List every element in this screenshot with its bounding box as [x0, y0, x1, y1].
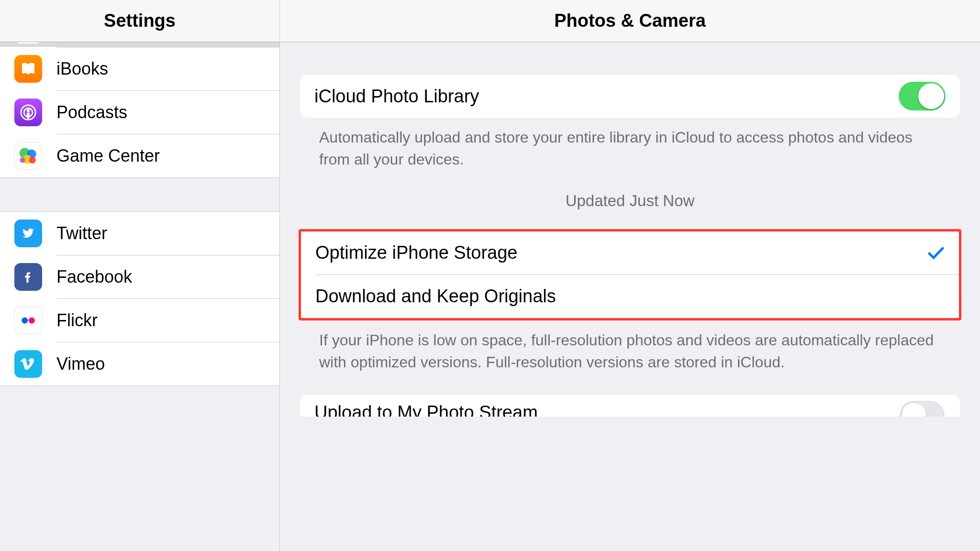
svg-point-14 [22, 317, 28, 323]
sidebar-scroll[interactable]: Photos & Camera iBooks [0, 42, 279, 551]
sidebar-item-label: Podcasts [56, 102, 127, 122]
toggle-knob [902, 403, 926, 417]
cell-label: Optimize iPhone Storage [315, 242, 517, 263]
podcasts-icon [14, 99, 42, 126]
sidebar-item-gamecenter[interactable]: Game Center [0, 134, 279, 177]
cell-label: Download and Keep Originals [315, 286, 556, 307]
icloud-photo-library-toggle[interactable] [899, 82, 946, 110]
toggle-knob [918, 83, 944, 109]
annotation-highlight: Optimize iPhone Storage Download and Kee… [299, 229, 961, 320]
svg-point-12 [29, 157, 36, 164]
sidebar-item-photos-camera[interactable]: Photos & Camera [0, 42, 279, 47]
ibooks-icon [14, 55, 42, 83]
twitter-icon [14, 220, 42, 247]
storage-options-group: Optimize iPhone Storage Download and Kee… [301, 231, 959, 318]
photo-stream-toggle[interactable] [900, 401, 944, 417]
settings-split-view: Settings [0, 0, 980, 551]
download-originals-row[interactable]: Download and Keep Originals [301, 275, 959, 318]
sidebar-item-ibooks[interactable]: iBooks [0, 47, 279, 90]
sidebar-item-label: Game Center [56, 146, 160, 166]
gamecenter-icon [14, 142, 42, 170]
sidebar: Settings [0, 0, 280, 551]
cell-label: iCloud Photo Library [314, 86, 479, 107]
photos-icon [14, 42, 42, 44]
sync-status: Updated Just Now [300, 192, 960, 210]
storage-footer-text: If your iPhone is low on space, full-res… [300, 320, 960, 374]
sidebar-item-label: Flickr [56, 310, 98, 331]
svg-point-8 [27, 109, 30, 112]
icloud-footer-text: Automatically upload and store your enti… [300, 118, 960, 171]
sidebar-item-label: Facebook [56, 267, 132, 287]
sidebar-item-podcasts[interactable]: Podcasts [0, 91, 279, 134]
checkmark-icon [927, 244, 945, 262]
detail-scroll[interactable]: iCloud Photo Library Automatically uploa… [280, 42, 980, 551]
sidebar-item-twitter[interactable]: Twitter [0, 212, 279, 255]
icloud-photo-library-group: iCloud Photo Library [300, 75, 960, 118]
detail-title: Photos & Camera [280, 0, 980, 42]
sidebar-title: Settings [0, 0, 279, 42]
svg-point-15 [29, 317, 35, 323]
cell-label: Upload to My Photo Stream [314, 402, 538, 417]
sidebar-item-vimeo[interactable]: Vimeo [0, 342, 279, 386]
svg-point-13 [20, 157, 25, 163]
facebook-icon [14, 263, 42, 291]
sidebar-item-label: Vimeo [56, 354, 105, 374]
sidebar-item-label: Twitter [56, 223, 107, 243]
sidebar-item-facebook[interactable]: Facebook [0, 255, 279, 298]
flickr-icon [14, 307, 42, 334]
sidebar-item-label: iBooks [56, 59, 108, 79]
icloud-photo-library-row[interactable]: iCloud Photo Library [300, 75, 960, 118]
detail-pane: Photos & Camera iCloud Photo Library Aut… [280, 0, 980, 551]
photo-stream-group: Upload to My Photo Stream [300, 395, 960, 417]
optimize-storage-row[interactable]: Optimize iPhone Storage [301, 231, 959, 275]
sidebar-item-flickr[interactable]: Flickr [0, 299, 279, 342]
vimeo-icon [14, 350, 42, 378]
